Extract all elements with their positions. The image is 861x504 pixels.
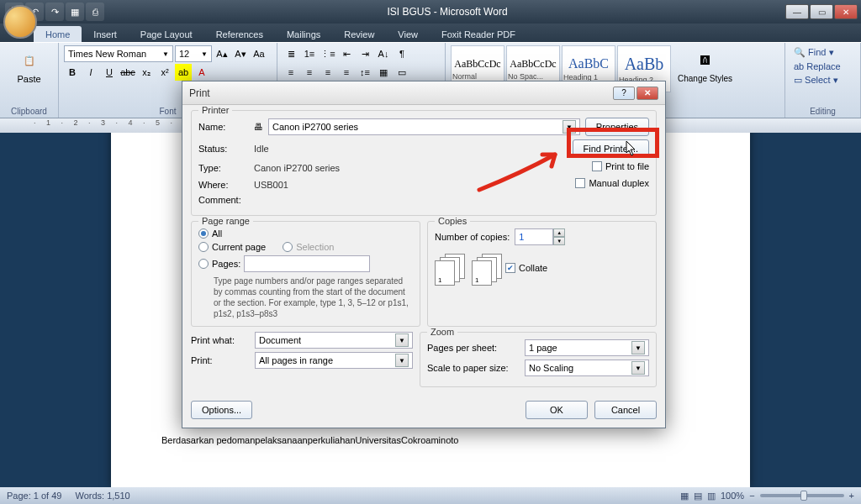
range-legend: Page range [198, 216, 253, 226]
cancel-button[interactable]: Cancel [594, 401, 657, 419]
printer-name-select[interactable]: Canon iP2700 series▼ [268, 118, 580, 135]
multilevel-icon[interactable]: ⋮≡ [320, 45, 336, 62]
zoom-group: Zoom Pages per sheet: 1 page▼ Scale to p… [420, 332, 657, 387]
status-words[interactable]: Words: 1,510 [75, 491, 129, 501]
tab-insert[interactable]: Insert [82, 26, 129, 42]
strike-icon[interactable]: abc [119, 64, 136, 81]
pps-label: Pages per sheet: [427, 343, 520, 353]
copies-group: Copies Number of copies: ▲▼ 321 321 Coll… [427, 221, 657, 327]
view-web-icon[interactable]: ▥ [707, 491, 716, 501]
copies-input[interactable] [515, 228, 553, 245]
paste-button[interactable]: 📋 Paste [5, 45, 53, 86]
replace-button[interactable]: ab Replace [790, 60, 855, 73]
underline-icon[interactable]: U [101, 64, 118, 81]
dedent-icon[interactable]: ⇤ [338, 45, 355, 62]
tab-page-layout[interactable]: Page Layout [129, 26, 204, 42]
font-color-icon[interactable]: A [193, 64, 210, 81]
paste-label: Paste [17, 74, 40, 84]
align-left-icon[interactable]: ≡ [283, 64, 299, 81]
zoom-out-icon[interactable]: − [749, 491, 754, 501]
printer-status-label: Status: [198, 144, 249, 154]
copies-spinner[interactable]: ▲▼ [515, 228, 565, 245]
change-styles-button[interactable]: 🅰Change Styles [673, 45, 737, 92]
printer-comment-label: Comment: [198, 195, 249, 205]
find-printer-button[interactable]: Find Printer... [573, 139, 649, 158]
grow-font-icon[interactable]: A▴ [214, 45, 230, 62]
copies-num-label: Number of copies: [435, 232, 510, 242]
tab-home[interactable]: Home [34, 26, 82, 42]
close-button[interactable]: ✕ [834, 4, 858, 19]
range-pages-radio[interactable]: Pages: [198, 255, 413, 272]
printsel-label: Print: [191, 355, 250, 365]
window-titlebar: 💾 ↶ ↷ ▦ ⎙ ISI BGUS - Microsoft Word — ▭ … [0, 0, 861, 24]
spin-down-icon[interactable]: ▼ [553, 237, 565, 245]
bullets-icon[interactable]: ≣ [283, 45, 299, 62]
bold-icon[interactable]: B [64, 64, 81, 81]
shading-icon[interactable]: ▦ [375, 64, 392, 81]
indent-icon[interactable]: ⇥ [357, 45, 373, 62]
copies-legend: Copies [435, 216, 470, 226]
tab-review[interactable]: Review [332, 26, 386, 42]
tab-references[interactable]: References [204, 26, 275, 42]
pilcrow-icon[interactable]: ¶ [394, 45, 410, 62]
pps-select[interactable]: 1 page▼ [525, 339, 649, 356]
find-button[interactable]: 🔍 Find ▾ [790, 45, 855, 60]
options-button[interactable]: Options... [191, 401, 252, 419]
group-label: Clipboard [0, 107, 58, 116]
zoom-slider[interactable] [760, 494, 844, 497]
shrink-font-icon[interactable]: A▾ [232, 45, 249, 62]
zoom-in-icon[interactable]: + [849, 491, 854, 501]
page-range-group: Page range All Current page Selection Pa… [191, 221, 420, 327]
align-center-icon[interactable]: ≡ [301, 64, 318, 81]
font-size-combo[interactable]: 12▼ [175, 45, 212, 62]
spin-up-icon[interactable]: ▲ [553, 228, 565, 237]
numbering-icon[interactable]: 1≡ [301, 45, 318, 62]
dialog-close-button[interactable]: ✕ [637, 87, 658, 100]
justify-icon[interactable]: ≡ [338, 64, 355, 81]
select-button[interactable]: ▭ Select ▾ [790, 73, 855, 87]
highlight-icon[interactable]: ab [175, 64, 192, 81]
paste-icon: 📋 [16, 47, 43, 74]
tab-mailings[interactable]: Mailings [275, 26, 332, 42]
redo-icon[interactable]: ↷ [45, 3, 64, 21]
range-pages-input[interactable] [244, 255, 370, 272]
printwhat-select[interactable]: Document▼ [255, 332, 413, 349]
print-to-file-check[interactable]: Print to file [592, 161, 649, 171]
borders-icon[interactable]: ▭ [394, 64, 410, 81]
collate-check[interactable]: Collate [505, 263, 547, 273]
font-name-combo[interactable]: Times New Roman▼ [64, 45, 173, 62]
superscript-icon[interactable]: x² [156, 64, 173, 81]
new-icon[interactable]: ▦ [66, 3, 84, 21]
status-page[interactable]: Page: 1 of 49 [7, 491, 61, 501]
ok-button[interactable]: OK [526, 401, 588, 419]
office-button[interactable] [3, 5, 37, 39]
properties-button[interactable]: Properties [585, 118, 649, 136]
sort-icon[interactable]: A↓ [375, 45, 392, 62]
line-spacing-icon[interactable]: ↕≡ [357, 64, 373, 81]
range-selection-radio: Selection [283, 242, 334, 252]
clear-format-icon[interactable]: Aa [251, 45, 267, 62]
dialog-help-button[interactable]: ? [613, 87, 635, 100]
printer-legend: Printer [198, 105, 232, 115]
manual-duplex-check[interactable]: Manual duplex [575, 178, 649, 188]
printsel-select[interactable]: All pages in range▼ [255, 352, 413, 369]
printwhat-label: Print what: [191, 335, 250, 345]
range-all-radio[interactable]: All [198, 228, 413, 239]
zoom-legend: Zoom [427, 327, 457, 337]
print-dialog: Print ? ✕ Printer Name: 🖶 Canon iP2700 s… [182, 81, 666, 428]
printer-name-label: Name: [198, 122, 249, 132]
range-current-radio[interactable]: Current page [198, 242, 266, 252]
scale-select[interactable]: No Scaling▼ [525, 360, 649, 376]
subscript-icon[interactable]: x₂ [138, 64, 155, 81]
group-label: Editing [785, 107, 860, 116]
italic-icon[interactable]: I [82, 64, 99, 81]
tab-view[interactable]: View [386, 26, 430, 42]
align-right-icon[interactable]: ≡ [320, 64, 336, 81]
tab-foxit[interactable]: Foxit Reader PDF [430, 26, 527, 42]
maximize-button[interactable]: ▭ [810, 4, 833, 19]
view-reading-icon[interactable]: ▤ [694, 491, 702, 501]
minimize-button[interactable]: — [785, 4, 809, 19]
zoom-level[interactable]: 100% [721, 491, 744, 501]
quickprint-icon[interactable]: ⎙ [86, 3, 104, 21]
view-print-layout-icon[interactable]: ▦ [680, 491, 689, 501]
